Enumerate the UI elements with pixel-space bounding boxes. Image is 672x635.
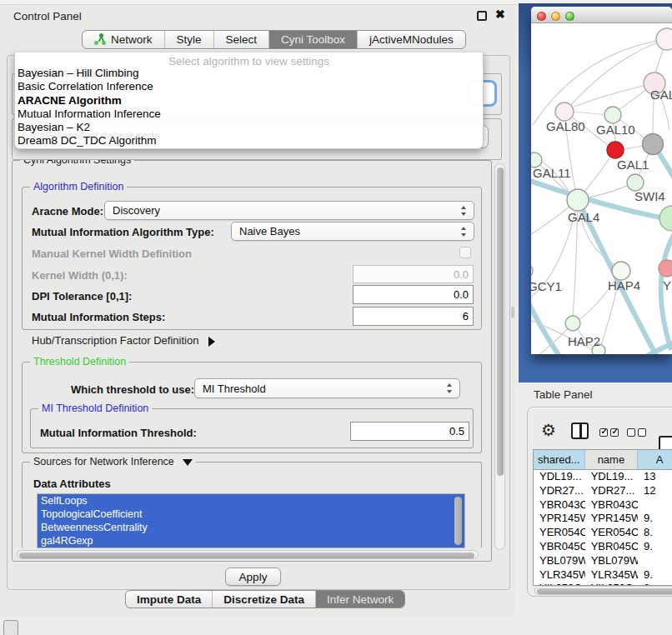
table-row[interactable]: YBL079WYBL079W [534, 554, 672, 568]
table-row[interactable]: YLR345WYLR345W9. [534, 568, 672, 582]
column-layout-icon[interactable] [571, 422, 589, 439]
node-table: shared...nameA YDL19...YDL19...13YDR27..… [533, 449, 672, 586]
settings-vertical-scrollbar[interactable] [494, 163, 505, 550]
dropdown-options: Bayesian – Hill ClimbingBasic Correlatio… [15, 67, 483, 148]
algorithm-dropdown-popup: Select algorithm to view settings Bayesi… [14, 52, 484, 149]
network-window-titlebar[interactable] [531, 7, 672, 23]
algorithm-option[interactable]: Bayesian – K2 [15, 121, 483, 134]
deselect-all-checks-icon[interactable] [627, 427, 649, 439]
table-cell: YPR145W [585, 512, 638, 526]
apply-button[interactable]: Apply [225, 568, 281, 586]
spinner-arrows-icon [460, 206, 468, 216]
table-row[interactable]: YPR145WYPR145W9. [534, 512, 672, 526]
table-cell: YBL079W [585, 554, 638, 568]
spinner-arrows-icon [460, 227, 468, 237]
algorithm-option[interactable]: ARACNE Algorithm [15, 94, 483, 108]
table-header-row: shared...nameA [534, 450, 672, 470]
network-node[interactable] [531, 264, 533, 278]
tab-select[interactable]: Select [214, 31, 270, 48]
network-edge [574, 83, 654, 107]
table-cell: YDR27... [534, 484, 585, 498]
settings-horizontal-scrollbar[interactable] [17, 550, 479, 559]
network-node[interactable] [627, 174, 644, 191]
tab-discretize-data[interactable]: Discretize Data [213, 591, 316, 608]
column-header[interactable]: shared... [534, 450, 585, 469]
data-attributes-label: Data Attributes [33, 478, 111, 490]
which-threshold-label: Which threshold to use: [71, 383, 194, 396]
hub-definition-expander[interactable]: Hub/Transcription Factor Definition [32, 334, 215, 347]
node-label: Y [663, 278, 671, 292]
network-node[interactable] [656, 28, 672, 50]
network-node[interactable] [567, 189, 589, 211]
panel-divider-handle[interactable] [511, 307, 514, 318]
data-attribute-item[interactable]: SelfLoops [38, 494, 464, 508]
tab-network[interactable]: Network [83, 31, 165, 48]
network-node[interactable] [643, 134, 664, 155]
zoom-window-icon[interactable] [565, 12, 574, 21]
algorithm-option[interactable]: Dream8 DC_TDC Algorithm [15, 134, 483, 148]
table-row[interactable]: YER054CYER054C8. [534, 526, 672, 540]
close-window-icon[interactable] [537, 12, 546, 21]
table-cell: YDL19... [534, 470, 585, 484]
dpi-tolerance-field[interactable]: 0.0 [353, 285, 474, 304]
table-cell: 8. [638, 526, 672, 540]
settings-gear-icon[interactable]: ⚙ [541, 422, 556, 438]
dpi-tolerance-label: DPI Tolerance [0,1]: [32, 290, 132, 302]
data-attribute-item[interactable]: gal4RGexp [38, 534, 464, 548]
network-node[interactable] [565, 316, 580, 331]
collapsed-panel-icon[interactable] [3, 620, 18, 635]
node-label: SWI4 [634, 189, 665, 203]
tab-impute-data[interactable]: Impute Data [126, 591, 213, 608]
mi-threshold-field[interactable]: 0.5 [350, 422, 469, 441]
table-cell [638, 498, 672, 512]
minimize-window-icon[interactable] [551, 12, 560, 21]
tab-jactivemnodules[interactable]: jActiveMNodules [358, 31, 465, 48]
network-node[interactable] [659, 206, 672, 231]
data-attribute-item[interactable]: TopologicalCoefficient [38, 508, 464, 521]
sources-title: Sources for Network Inference [33, 456, 174, 468]
table-row[interactable]: YDL19...YDL19...13 [534, 470, 672, 484]
aracne-mode-value: Discovery [113, 204, 160, 217]
screen: Control Panel ✖ Network Style Select Cyn… [0, 0, 672, 635]
table-horizontal-scrollbar[interactable] [534, 586, 672, 595]
network-node[interactable] [612, 262, 630, 280]
network-node[interactable] [607, 142, 624, 158]
node-label: GCY1 [531, 279, 562, 293]
close-icon[interactable]: ✖ [495, 8, 505, 21]
tab-infer-network[interactable]: Infer Network [316, 591, 404, 608]
manual-kernel-width-checkbox[interactable] [459, 247, 471, 258]
select-all-checks-icon[interactable] [599, 427, 621, 439]
node-label: HAP4 [608, 278, 640, 292]
column-header[interactable]: name [585, 450, 638, 469]
table-cell: YBR043C [534, 498, 585, 512]
table-cell: YBL079W [534, 554, 585, 568]
table-row[interactable]: YBR043CYBR043C [534, 498, 672, 512]
mi-steps-field[interactable]: 6 [353, 307, 474, 326]
table-cell: YDR27... [585, 484, 638, 498]
network-node[interactable] [659, 260, 672, 277]
network-canvas[interactable]: GALGAL80GAL10GAL11GAL1SWI4GAL4GCY1HAP4YH… [531, 23, 672, 354]
network-node[interactable] [555, 102, 574, 121]
which-threshold-value: MI Threshold [203, 382, 266, 395]
column-header[interactable]: A [638, 450, 672, 469]
network-node[interactable] [604, 107, 621, 123]
sources-expander[interactable]: Sources for Network Inference [30, 456, 196, 468]
float-window-icon[interactable] [477, 11, 487, 21]
algorithm-option[interactable]: Basic Correlation Inference [15, 80, 483, 93]
tab-style[interactable]: Style [165, 31, 214, 48]
which-threshold-select[interactable]: MI Threshold [194, 378, 460, 398]
algorithm-option[interactable]: Mutual Information Inference [15, 108, 483, 121]
chevron-right-icon [208, 337, 215, 347]
table-row[interactable]: YDR27...YDR27...12 [534, 484, 672, 498]
data-attribute-item[interactable]: BetweennessCentrality [38, 521, 464, 534]
table-row[interactable]: YBR045CYBR045C9. [534, 540, 672, 554]
table-cell: YBR043C [585, 498, 638, 512]
kernel-width-field[interactable]: 0.0 [353, 265, 474, 283]
tab-cyni-toolbox[interactable]: Cyni Toolbox [269, 31, 358, 48]
node-label: GAL80 [546, 119, 585, 133]
aracne-mode-select[interactable]: Discovery [104, 201, 474, 220]
node-label: GAL1 [617, 158, 649, 172]
mi-algorithm-type-select[interactable]: Naive Bayes [231, 222, 474, 241]
attributes-list-scrollbar[interactable] [454, 497, 462, 545]
algorithm-option[interactable]: Bayesian – Hill Climbing [15, 67, 483, 80]
